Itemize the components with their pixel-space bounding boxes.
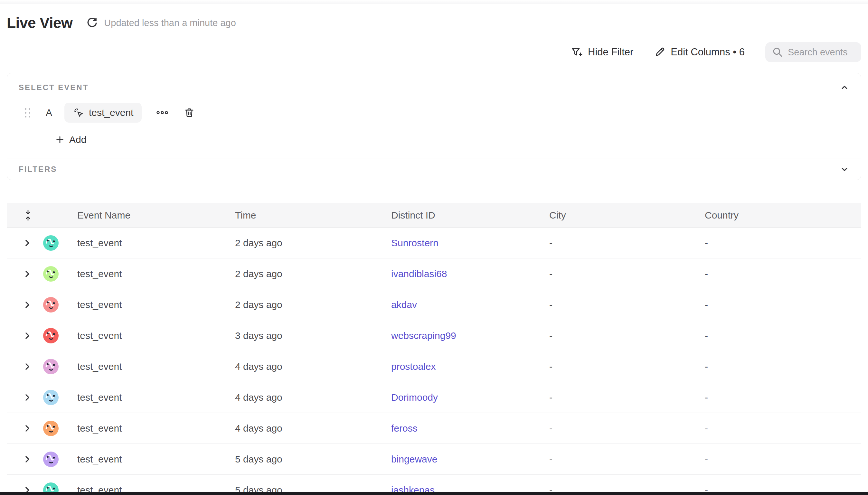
user-avatar: [43, 390, 58, 405]
event-more-options-button[interactable]: [156, 110, 169, 115]
event-letter: A: [46, 107, 52, 118]
cursor-click-icon: [73, 107, 84, 118]
distinct-id-link[interactable]: bingewave: [391, 454, 437, 464]
city-cell: -: [549, 454, 705, 465]
hide-filter-button[interactable]: Hide Filter: [571, 46, 633, 58]
row-expand-button[interactable]: [24, 393, 31, 402]
toolbar: Hide Filter Edit Columns • 6: [7, 42, 861, 62]
distinct-id-link[interactable]: prostoalex: [391, 361, 436, 372]
filters-section: FILTERS: [7, 158, 861, 180]
page-header: Live View Updated less than a minute ago: [7, 13, 861, 33]
hide-filter-label: Hide Filter: [588, 46, 633, 58]
distinct-id-link[interactable]: feross: [391, 423, 418, 433]
row-expand-button[interactable]: [24, 455, 31, 463]
time-cell: 4 days ago: [235, 361, 391, 372]
chevron-right-icon: [24, 270, 31, 278]
table-row[interactable]: test_event 2 days ago Sunrostern - -: [7, 227, 861, 258]
table-header-row: Event Name Time Distinct ID City Country: [7, 203, 861, 227]
country-cell: -: [705, 269, 861, 279]
city-cell: -: [549, 392, 705, 403]
country-cell: -: [705, 392, 861, 403]
distinct-id-link[interactable]: webscraping99: [391, 330, 456, 341]
table-row[interactable]: test_event 4 days ago feross - -: [7, 413, 861, 444]
live-view-page: Live View Updated less than a minute ago…: [0, 13, 868, 495]
event-name-cell: test_event: [77, 238, 235, 249]
row-expand-button[interactable]: [24, 301, 31, 309]
distinct-id-link[interactable]: akdav: [391, 299, 417, 310]
chevron-up-icon: [840, 83, 849, 92]
event-name-cell: test_event: [77, 392, 235, 403]
select-event-label: SELECT EVENT: [19, 83, 88, 92]
row-expand-button[interactable]: [24, 424, 31, 432]
chevron-right-icon: [24, 331, 31, 340]
event-select-chip[interactable]: test_event: [64, 103, 142, 123]
table-row[interactable]: test_event 4 days ago prostoalex - -: [7, 351, 861, 382]
row-expand-button[interactable]: [24, 239, 31, 247]
city-cell: -: [549, 423, 705, 434]
time-cell: 5 days ago: [235, 454, 391, 465]
event-row: A test_event: [19, 103, 849, 123]
column-header-country: Country: [705, 210, 861, 221]
event-name-cell: test_event: [77, 454, 235, 465]
chevron-right-icon: [24, 424, 31, 432]
add-button-label: Add: [69, 134, 86, 145]
chevron-right-icon: [24, 239, 31, 247]
country-cell: -: [705, 454, 861, 465]
chevron-right-icon: [24, 393, 31, 402]
time-cell: 3 days ago: [235, 330, 391, 341]
user-avatar: [43, 328, 58, 343]
city-cell: -: [549, 238, 705, 249]
table-row[interactable]: test_event 3 days ago webscraping99 - -: [7, 320, 861, 351]
expand-filters-button[interactable]: [840, 165, 849, 174]
filters-label: FILTERS: [19, 165, 57, 174]
time-cell: 2 days ago: [235, 238, 391, 249]
collapse-all-rows-button[interactable]: [24, 209, 32, 221]
row-expand-button[interactable]: [24, 362, 31, 371]
column-header-city: City: [549, 210, 705, 221]
distinct-id-link[interactable]: Dorimoody: [391, 392, 438, 403]
country-cell: -: [705, 361, 861, 372]
plus-icon: [55, 135, 65, 144]
page-title: Live View: [7, 14, 72, 32]
refresh-icon: [86, 17, 98, 29]
bottom-edge-bar: [0, 492, 868, 495]
event-name-cell: test_event: [77, 330, 235, 341]
select-event-section: SELECT EVENT A: [7, 73, 861, 158]
updated-status: Updated less than a minute ago: [104, 18, 236, 28]
city-cell: -: [549, 361, 705, 372]
table-row[interactable]: test_event 5 days ago bingewave - -: [7, 444, 861, 475]
country-cell: -: [705, 423, 861, 434]
column-header-time: Time: [235, 210, 391, 221]
chevron-right-icon: [24, 301, 31, 309]
collapse-section-button[interactable]: [840, 83, 849, 92]
time-cell: 4 days ago: [235, 423, 391, 434]
row-expand-button[interactable]: [24, 331, 31, 340]
top-edge-strip: [0, 0, 868, 4]
country-cell: -: [705, 330, 861, 341]
event-name-cell: test_event: [77, 361, 235, 372]
add-event-button[interactable]: Add: [55, 134, 86, 145]
column-header-event-name: Event Name: [77, 210, 235, 221]
collapse-rows-icon: [24, 209, 32, 221]
city-cell: -: [549, 299, 705, 310]
refresh-button[interactable]: [86, 17, 98, 29]
search-input[interactable]: [788, 47, 855, 57]
edit-columns-label: Edit Columns • 6: [671, 46, 745, 58]
search-box[interactable]: [765, 42, 861, 62]
time-cell: 2 days ago: [235, 299, 391, 310]
table-row[interactable]: test_event 2 days ago akdav - -: [7, 289, 861, 320]
user-avatar: [43, 297, 58, 312]
table-row[interactable]: test_event 2 days ago ivandiblasi68 - -: [7, 258, 861, 289]
delete-event-button[interactable]: [184, 107, 195, 118]
user-avatar: [43, 359, 58, 374]
table-row[interactable]: test_event 4 days ago Dorimoody - -: [7, 382, 861, 413]
drag-handle[interactable]: [25, 108, 30, 118]
city-cell: -: [549, 269, 705, 279]
event-name-cell: test_event: [77, 299, 235, 310]
column-header-distinct-id: Distinct ID: [391, 210, 549, 221]
row-expand-button[interactable]: [24, 270, 31, 278]
distinct-id-link[interactable]: ivandiblasi68: [391, 269, 447, 279]
time-cell: 4 days ago: [235, 392, 391, 403]
distinct-id-link[interactable]: Sunrostern: [391, 238, 439, 248]
edit-columns-button[interactable]: Edit Columns • 6: [654, 46, 745, 58]
